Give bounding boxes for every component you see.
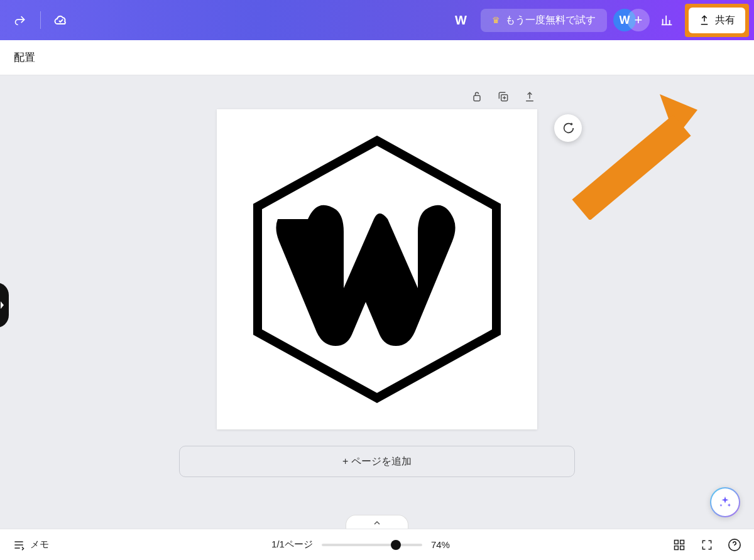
sparkle-icon [718, 495, 732, 509]
help-icon[interactable] [728, 538, 741, 552]
magic-comment-button[interactable] [554, 114, 582, 142]
page-indicator[interactable]: 1/1ページ [271, 539, 313, 551]
design-content [232, 125, 522, 414]
zoom-slider[interactable] [322, 544, 422, 546]
svg-rect-7 [675, 546, 679, 549]
add-page-label: + ページを追加 [342, 455, 412, 468]
upload-icon [699, 14, 710, 26]
add-page-button[interactable]: + ページを追加 [179, 446, 575, 477]
duplicate-page-icon[interactable] [496, 89, 511, 104]
upload-page-icon[interactable] [522, 89, 537, 104]
svg-rect-6 [680, 540, 684, 544]
lock-icon[interactable] [469, 89, 484, 104]
canvas-area: + ページを追加 [0, 75, 754, 529]
page-actions-row [0, 89, 754, 104]
fullscreen-icon[interactable] [700, 538, 714, 552]
sidebar-expand-handle[interactable] [0, 283, 9, 328]
collapse-pages-handle[interactable] [346, 515, 408, 529]
svg-rect-0 [474, 95, 480, 100]
redo-icon[interactable] [9, 9, 31, 31]
header-left-group [0, 9, 72, 31]
header-divider [40, 11, 41, 29]
ai-assistant-button[interactable] [710, 487, 740, 517]
header-right-group: W ♛ もう一度無料で試す W + 共有 [455, 4, 749, 37]
notes-icon [13, 539, 25, 551]
footer-bar: メモ 1/1ページ 74% [0, 529, 754, 560]
toolbar: 配置 [0, 40, 754, 75]
zoom-value[interactable]: 74% [431, 539, 450, 550]
analytics-icon[interactable] [656, 9, 679, 31]
position-label[interactable]: 配置 [14, 50, 35, 65]
share-button[interactable]: 共有 [689, 8, 745, 33]
top-header: W ♛ もう一度無料で試す W + 共有 [0, 0, 754, 40]
add-collaborator-button[interactable]: + [627, 9, 650, 31]
annotation-arrow [547, 94, 697, 220]
design-page[interactable] [217, 109, 537, 429]
svg-rect-5 [675, 540, 679, 544]
try-pro-label: もう一度無料で試す [505, 14, 596, 27]
notes-label: メモ [30, 539, 49, 551]
notes-button[interactable]: メモ [13, 539, 49, 551]
svg-rect-4 [572, 115, 691, 220]
grid-view-icon[interactable] [672, 538, 686, 552]
share-label: 共有 [715, 14, 735, 27]
try-pro-button[interactable]: ♛ もう一度無料で試す [481, 9, 607, 32]
cloud-sync-icon[interactable] [50, 9, 72, 31]
share-highlight: 共有 [685, 4, 749, 37]
crown-icon: ♛ [492, 15, 500, 25]
document-title[interactable]: W [455, 13, 467, 28]
svg-rect-8 [680, 546, 684, 549]
